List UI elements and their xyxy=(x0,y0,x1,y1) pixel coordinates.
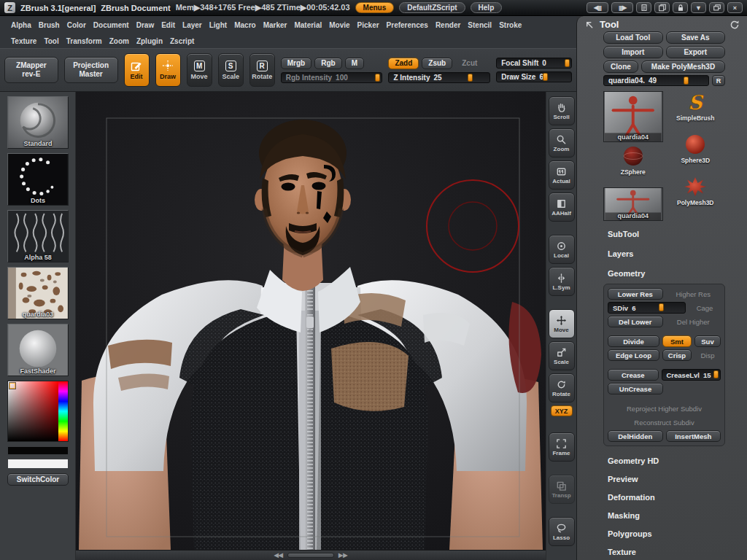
xyz-axis-button[interactable]: XYZ xyxy=(551,405,573,416)
zsub-button[interactable]: Zsub xyxy=(422,58,452,69)
menu-marker[interactable]: Marker xyxy=(260,21,291,29)
tool-item-polymesh3d[interactable]: PolyMesh3D xyxy=(666,176,726,215)
menu-material[interactable]: Material xyxy=(290,21,325,29)
insertmesh-button[interactable]: InsertMesh xyxy=(666,430,721,442)
scroll-view-button[interactable]: Scroll xyxy=(549,96,575,125)
scale-mode-button[interactable]: S Scale xyxy=(218,53,244,87)
restore-config-button[interactable]: R xyxy=(712,75,725,86)
cage-button[interactable]: Cage xyxy=(689,302,721,314)
divide-button[interactable]: Divide xyxy=(608,335,659,347)
document-canvas[interactable] xyxy=(76,92,546,550)
local-pivot-button[interactable]: Local xyxy=(549,235,575,264)
spring-left-button[interactable]: ◀|||| xyxy=(587,2,608,13)
menu-draw[interactable]: Draw xyxy=(133,21,158,29)
save-as-button[interactable]: Save As xyxy=(666,31,726,44)
disp-button[interactable]: Disp xyxy=(694,349,721,361)
menu-light[interactable]: Light xyxy=(206,21,231,29)
section-geometry-hd[interactable]: Geometry HD xyxy=(603,453,725,469)
section-deformation[interactable]: Deformation xyxy=(603,489,725,505)
menus-button[interactable]: Menus xyxy=(355,2,395,13)
rotate-view-button[interactable]: Rotate xyxy=(549,373,575,402)
menu-alpha[interactable]: Alpha xyxy=(7,21,35,29)
menu-stencil[interactable]: Stencil xyxy=(464,21,495,29)
smt-button[interactable]: Smt xyxy=(662,335,692,347)
help-button[interactable]: Help xyxy=(471,2,503,13)
document-icon[interactable] xyxy=(636,2,651,13)
delhidden-button[interactable]: DelHidden xyxy=(608,430,663,442)
menu-movie[interactable]: Movie xyxy=(325,21,353,29)
tool-item-simplebrush[interactable]: S SimpleBrush xyxy=(666,91,726,131)
tool-item-quardia04-small[interactable]: quardia04 xyxy=(603,187,663,221)
draw-size-slider[interactable]: Draw Size 64 xyxy=(496,71,572,82)
section-preview[interactable]: Preview xyxy=(603,471,725,487)
canvas-3d-scene[interactable] xyxy=(76,92,546,550)
menu-layer[interactable]: Layer xyxy=(179,21,206,29)
section-geometry[interactable]: Geometry xyxy=(603,265,725,281)
z-intensity-handle[interactable] xyxy=(468,74,473,82)
higher-res-button[interactable]: Higher Res xyxy=(666,288,721,300)
make-polymesh3d-button[interactable]: Make PolyMesh3D xyxy=(641,61,725,73)
color-gradient-square[interactable] xyxy=(8,381,58,441)
menu-render[interactable]: Render xyxy=(432,21,464,29)
suv-button[interactable]: Suv xyxy=(694,335,721,347)
menu-brush[interactable]: Brush xyxy=(35,21,63,29)
export-button[interactable]: Export xyxy=(666,46,726,58)
move-mode-button[interactable]: M Move xyxy=(187,53,212,87)
creaselvl-handle[interactable] xyxy=(713,370,719,378)
tool-item-sphere3d[interactable]: Sphere3D xyxy=(666,133,726,173)
creaselvl-slider[interactable]: CreaseLvl 15 xyxy=(662,369,721,381)
rgb-intensity-slider[interactable]: Rgb Intensity 100 xyxy=(281,72,383,83)
clone-button[interactable]: Clone xyxy=(603,61,638,73)
secondary-color-swatch[interactable] xyxy=(7,459,69,469)
documents-icon[interactable] xyxy=(654,2,670,13)
canvas-scrollbar[interactable]: ◀◀ ▶▶ xyxy=(76,550,546,560)
edge-loop-button[interactable]: Edge Loop xyxy=(608,349,659,361)
texture-thumbnail-quardia03[interactable]: quardia03 xyxy=(7,267,69,319)
import-button[interactable]: Import xyxy=(603,46,663,58)
focal-shift-slider[interactable]: Focal Shift 0 xyxy=(496,58,572,69)
section-masking[interactable]: Masking xyxy=(603,508,725,524)
zcut-button[interactable]: Zcut xyxy=(455,58,484,69)
del-higher-button[interactable]: Del Higher xyxy=(666,316,721,327)
menu-texture[interactable]: Texture xyxy=(7,37,40,45)
lasso-button[interactable]: Lasso xyxy=(549,517,575,546)
zmapper-button[interactable]: ZMapperrev-E xyxy=(4,57,58,83)
crease-button[interactable]: Crease xyxy=(608,369,659,381)
tool-item-zsphere[interactable]: ZSphere xyxy=(603,145,663,184)
rgb-intensity-handle[interactable] xyxy=(375,74,380,82)
switch-color-button[interactable]: SwitchColor xyxy=(7,473,69,486)
lock-icon[interactable] xyxy=(673,2,688,13)
menu-zscript[interactable]: Zscript xyxy=(166,37,198,45)
menu-color[interactable]: Color xyxy=(63,21,90,29)
section-texture[interactable]: Texture xyxy=(603,544,725,560)
uncrease-button[interactable]: UnCrease xyxy=(608,383,663,394)
hue-strip[interactable] xyxy=(58,381,68,441)
current-tool-thumbnail[interactable]: quardia04 xyxy=(603,91,663,142)
section-polygroups[interactable]: Polygroups xyxy=(603,526,725,542)
menu-transform[interactable]: Transform xyxy=(63,37,106,45)
mrgb-button[interactable]: Mrgb xyxy=(281,58,311,69)
draw-size-handle[interactable] xyxy=(543,73,548,81)
edit-mode-button[interactable]: Edit xyxy=(124,53,150,87)
projection-master-button[interactable]: ProjectionMaster xyxy=(64,57,118,83)
menu-zoom[interactable]: Zoom xyxy=(106,37,133,45)
brush-thumbnail-standard[interactable]: Standard xyxy=(7,96,69,149)
scroll-right-arrows[interactable]: ▶▶ xyxy=(338,552,347,559)
menu-stroke[interactable]: Stroke xyxy=(495,21,525,29)
tool-slot-handle[interactable] xyxy=(684,77,689,85)
panel-collapse-arrow-icon[interactable] xyxy=(584,20,594,29)
transparency-button[interactable]: Transp xyxy=(549,475,575,504)
zoom-view-button[interactable]: Zoom xyxy=(549,128,575,158)
scrollbar-thumb[interactable] xyxy=(287,553,334,558)
default-zscript-button[interactable]: DefaultZScript xyxy=(399,2,465,13)
crisp-button[interactable]: Crisp xyxy=(662,349,692,361)
spring-right-button[interactable]: ||||▶ xyxy=(611,2,633,13)
tool-slot-slider[interactable]: quardia04. 49 xyxy=(603,75,709,86)
menu-preferences[interactable]: Preferences xyxy=(383,21,432,29)
load-tool-button[interactable]: Load Tool xyxy=(603,31,663,44)
menu-document[interactable]: Document xyxy=(90,21,133,29)
reproject-higher-subdiv-button[interactable]: Reproject Higher Subdiv xyxy=(608,402,721,414)
m-button[interactable]: M xyxy=(345,58,364,69)
move-view-button[interactable]: Move xyxy=(549,309,575,338)
z-intensity-slider[interactable]: Z Intensity 25 xyxy=(388,72,490,83)
